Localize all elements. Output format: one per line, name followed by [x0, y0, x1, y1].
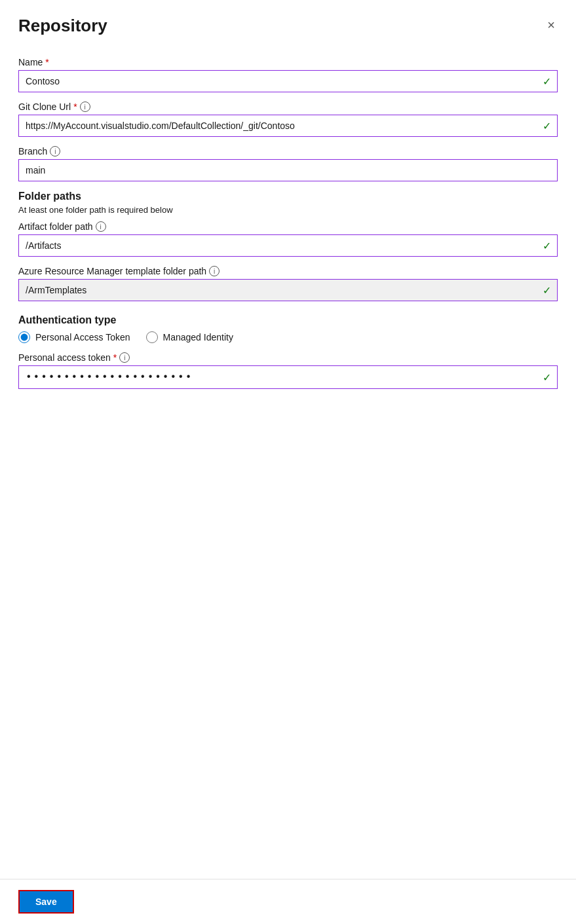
name-check-icon: ✓ — [543, 75, 551, 88]
git-clone-url-label: Git Clone Url * i — [18, 102, 558, 112]
artifact-folder-field-group: Artifact folder path i ✓ — [18, 221, 558, 257]
artifact-check-icon: ✓ — [543, 240, 551, 252]
folder-paths-section: Folder paths At least one folder path is… — [18, 191, 558, 301]
branch-field-group: Branch i — [18, 146, 558, 181]
save-button[interactable]: Save — [18, 890, 74, 914]
close-button[interactable]: × — [545, 16, 558, 34]
folder-paths-subtitle: At least one folder path is required bel… — [18, 205, 558, 215]
name-field-group: Name * ✓ — [18, 57, 558, 92]
footer: Save — [0, 879, 576, 924]
arm-check-icon: ✓ — [543, 284, 551, 297]
managed-identity-label: Managed Identity — [163, 332, 233, 342]
folder-paths-title: Folder paths — [18, 191, 558, 202]
artifact-folder-input[interactable] — [18, 234, 558, 257]
branch-input[interactable] — [18, 159, 558, 181]
pat-required-star: * — [113, 352, 117, 363]
arm-info-icon[interactable]: i — [209, 266, 220, 276]
git-clone-url-input-wrapper: ✓ — [18, 115, 558, 137]
pat-check-icon: ✓ — [543, 371, 551, 384]
auth-section: Authentication type Personal Access Toke… — [18, 314, 558, 389]
arm-template-field-group: Azure Resource Manager template folder p… — [18, 266, 558, 301]
name-input-wrapper: ✓ — [18, 70, 558, 92]
name-label: Name * — [18, 57, 558, 67]
arm-template-input[interactable] — [18, 279, 558, 301]
pat-info-icon[interactable]: i — [119, 352, 130, 363]
personal-access-token-field-group: Personal access token * i ✓ — [18, 352, 558, 389]
personal-access-token-option[interactable]: Personal Access Token — [18, 331, 130, 343]
artifact-info-icon[interactable]: i — [96, 221, 106, 232]
personal-access-token-label: Personal Access Token — [35, 332, 130, 342]
personal-access-token-field-label: Personal access token * i — [18, 352, 558, 363]
personal-access-token-input[interactable] — [18, 365, 558, 389]
pat-input-wrapper: ✓ — [18, 365, 558, 389]
panel-title: Repository — [18, 16, 107, 36]
git-url-check-icon: ✓ — [543, 120, 551, 132]
git-clone-url-input[interactable] — [18, 115, 558, 137]
name-input[interactable] — [18, 70, 558, 92]
personal-access-token-radio[interactable] — [18, 331, 30, 343]
panel-header: Repository × — [18, 16, 558, 36]
branch-label: Branch i — [18, 146, 558, 157]
artifact-folder-input-wrapper: ✓ — [18, 234, 558, 257]
managed-identity-option[interactable]: Managed Identity — [146, 331, 233, 343]
git-url-required-star: * — [73, 102, 77, 112]
artifact-folder-label: Artifact folder path i — [18, 221, 558, 232]
arm-template-label: Azure Resource Manager template folder p… — [18, 266, 558, 276]
repository-panel: Repository × Name * ✓ Git Clone Url * i … — [0, 0, 576, 924]
auth-type-title: Authentication type — [18, 314, 558, 326]
branch-info-icon[interactable]: i — [50, 146, 60, 157]
git-url-info-icon[interactable]: i — [80, 102, 90, 112]
auth-radio-group: Personal Access Token Managed Identity — [18, 331, 558, 343]
managed-identity-radio[interactable] — [146, 331, 158, 343]
git-clone-url-field-group: Git Clone Url * i ✓ — [18, 102, 558, 137]
branch-input-wrapper — [18, 159, 558, 181]
arm-template-input-wrapper: ✓ — [18, 279, 558, 301]
name-required-star: * — [45, 57, 48, 67]
